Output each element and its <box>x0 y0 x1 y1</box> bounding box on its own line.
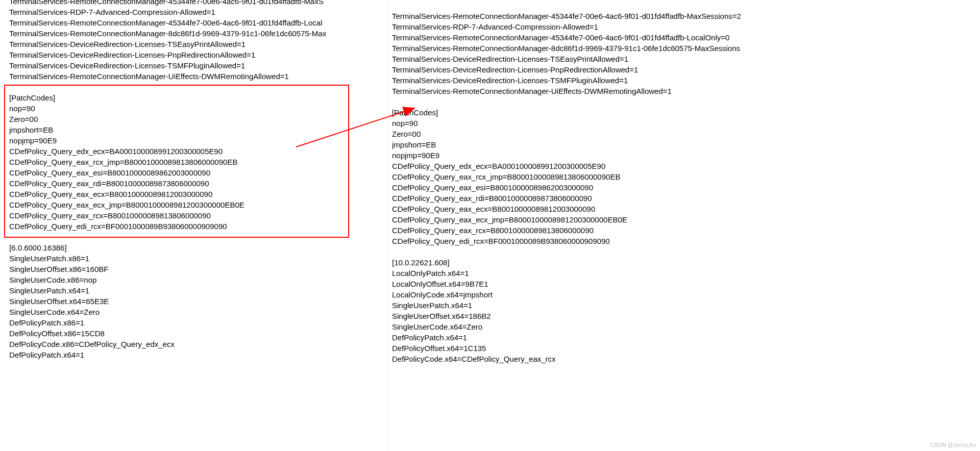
text-line: TerminalServices-RemoteConnectionManager… <box>9 0 387 7</box>
text-line: CDefPolicy_Query_eax_rcx_jmp=B8000100008… <box>9 157 387 167</box>
text-line: LocalOnlyOffset.x64=9B7E1 <box>392 279 980 289</box>
text-line: CDefPolicy_Query_eax_rcx=B80010000089813… <box>392 225 980 236</box>
text-line: CDefPolicy_Query_edx_ecx=BA0001000089912… <box>392 161 980 171</box>
text-line: CDefPolicy_Query_eax_esi=B80010000089862… <box>392 182 980 193</box>
text-line: jmpshort=EB <box>9 124 387 135</box>
text-line: TerminalServices-RemoteConnectionManager… <box>392 32 980 43</box>
text-line: LocalOnlyPatch.x64=1 <box>392 268 980 279</box>
text-line <box>392 246 980 257</box>
text-line: CDefPolicy_Query_eax_rcx_jmp=B8000100008… <box>392 171 980 182</box>
left-pane: TerminalServices-RemoteConnectionManager… <box>9 0 387 447</box>
text-line: jmpshort=EB <box>392 139 980 150</box>
text-line: [10.0.22621.608] <box>392 257 980 268</box>
text-line: TerminalServices-DeviceRedirection-Licen… <box>392 54 980 64</box>
text-line: TerminalServices-DeviceRedirection-Licen… <box>392 64 980 75</box>
text-line: SingleUserPatch.x64=1 <box>392 300 980 311</box>
text-line: CDefPolicy_Query_eax_rdi=B80010000089873… <box>9 178 387 189</box>
text-line: SingleUserCode.x64=Zero <box>9 307 387 317</box>
text-line: DefPolicyOffset.x64=1C135 <box>392 343 980 354</box>
text-line <box>392 96 980 107</box>
text-line: SingleUserOffset.x64=186B2 <box>392 311 980 321</box>
text-line: TerminalServices-DeviceRedirection-Licen… <box>9 39 387 49</box>
text-line: TerminalServices-DeviceRedirection-Licen… <box>392 75 980 86</box>
text-line: CDefPolicy_Query_eax_rcx=B80010000089813… <box>9 210 387 221</box>
text-line: SingleUserOffset.x86=160BF <box>9 264 387 274</box>
text-line: CDefPolicy_Query_eax_ecx_jmp=B8000100008… <box>9 199 387 210</box>
text-line: nopjmp=90E9 <box>392 150 980 161</box>
text-line: Zero=00 <box>9 114 387 124</box>
text-line: DefPolicyCode.x64=CDefPolicy_Query_eax_r… <box>392 354 980 364</box>
text-line <box>392 0 980 11</box>
text-line: CDefPolicy_Query_eax_ecx=B80010000089812… <box>9 189 387 199</box>
text-line: CDefPolicy_Query_eax_esi=B80010000089862… <box>9 167 387 178</box>
text-line: nopjmp=90E9 <box>9 135 387 146</box>
text-line: SingleUserPatch.x64=1 <box>9 285 387 296</box>
text-line: CDefPolicy_Query_edx_ecx=BA0001000089912… <box>9 146 387 157</box>
text-line <box>9 82 387 92</box>
text-line: TerminalServices-RDP-7-Advanced-Compress… <box>392 21 980 32</box>
text-line: DefPolicyCode.x86=CDefPolicy_Query_edx_e… <box>9 339 387 349</box>
text-line: SingleUserCode.x86=nop <box>9 274 387 285</box>
text-line: TerminalServices-RemoteConnectionManager… <box>392 43 980 54</box>
text-line: CDefPolicy_Query_eax_ecx=B80010000089812… <box>392 204 980 214</box>
text-line: TerminalServices-RemoteConnectionManager… <box>392 11 980 21</box>
text-line: CDefPolicy_Query_eax_ecx_jmp=B8000100008… <box>392 214 980 225</box>
text-line: LocalOnlyCode.x64=jmpshort <box>392 289 980 300</box>
text-line: [PatchCodes] <box>392 107 980 118</box>
text-line: TerminalServices-RemoteConnectionManager… <box>9 71 387 82</box>
text-line: DefPolicyPatch.x64=1 <box>392 332 980 343</box>
text-line: DefPolicyOffset.x86=15CD8 <box>9 328 387 339</box>
text-line: DefPolicyPatch.x86=1 <box>9 317 387 328</box>
right-pane: TerminalServices-RemoteConnectionManager… <box>392 0 980 451</box>
text-line: DefPolicyPatch.x64=1 <box>9 349 387 360</box>
text-line: TerminalServices-RemoteConnectionManager… <box>392 86 980 96</box>
text-line: CDefPolicy_Query_eax_rdi=B80010000089873… <box>392 193 980 204</box>
text-line: [PatchCodes] <box>9 92 387 103</box>
text-line: SingleUserPatch.x86=1 <box>9 253 387 264</box>
text-line: TerminalServices-RemoteConnectionManager… <box>9 28 387 39</box>
text-line: TerminalServices-DeviceRedirection-Licen… <box>9 60 387 71</box>
text-line: TerminalServices-DeviceRedirection-Licen… <box>9 49 387 60</box>
watermark: CSDN @JerryLXu <box>930 442 976 448</box>
pane-divider <box>388 0 388 451</box>
text-line: [6.0.6000.16386] <box>9 242 387 253</box>
text-line: SingleUserCode.x64=Zero <box>392 321 980 332</box>
text-line: TerminalServices-RDP-7-Advanced-Compress… <box>9 7 387 17</box>
text-line: CDefPolicy_Query_edi_rcx=BF0001000089B93… <box>392 236 980 246</box>
text-line: CDefPolicy_Query_edi_rcx=BF0001000089B93… <box>9 221 387 232</box>
text-line: TerminalServices-RemoteConnectionManager… <box>9 17 387 28</box>
text-line: Zero=00 <box>392 129 980 139</box>
text-line: nop=90 <box>9 103 387 114</box>
text-line: nop=90 <box>392 118 980 129</box>
text-line <box>9 232 387 242</box>
text-line: SingleUserOffset.x64=65E3E <box>9 296 387 307</box>
